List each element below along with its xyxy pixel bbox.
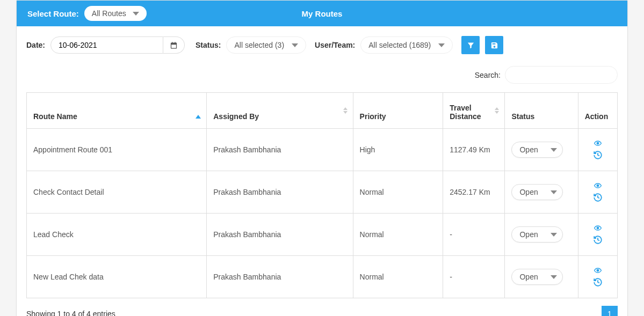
chevron-down-icon bbox=[551, 275, 557, 279]
userteam-dropdown[interactable]: All selected (1689) bbox=[360, 36, 453, 54]
cell-status: Open bbox=[505, 256, 578, 298]
search-label: Search: bbox=[475, 71, 501, 79]
route-dropdown-value: All Routes bbox=[92, 9, 126, 18]
cell-status: Open bbox=[505, 171, 578, 214]
panel-body: Date: Status: All selected (3) User/Team… bbox=[17, 26, 627, 316]
entries-text: Showing 1 to 4 of 4 entries bbox=[26, 310, 115, 316]
col-label: Travel Distance bbox=[450, 104, 481, 121]
svg-point-3 bbox=[597, 269, 599, 271]
svg-point-0 bbox=[597, 142, 599, 144]
svg-point-1 bbox=[597, 185, 599, 187]
status-value: Open bbox=[519, 188, 538, 196]
status-value: Open bbox=[519, 145, 538, 154]
cell-assigned-by: Prakash Bambhania bbox=[207, 214, 353, 256]
panel-header: Select Route: All Routes My Routes bbox=[17, 1, 627, 26]
col-action: Action bbox=[578, 93, 617, 129]
table-row: Check Contact DetailPrakash BambhaniaNor… bbox=[27, 171, 618, 214]
userteam-dropdown-value: All selected (1689) bbox=[368, 41, 431, 49]
view-icon[interactable] bbox=[592, 224, 603, 232]
chevron-down-icon bbox=[551, 190, 557, 194]
sort-asc-icon bbox=[196, 106, 201, 119]
status-dropdown[interactable]: All selected (3) bbox=[226, 36, 306, 54]
cell-route-name: Appointment Route 001 bbox=[27, 129, 207, 171]
col-label: Route Name bbox=[33, 112, 77, 121]
status-dropdown-cell[interactable]: Open bbox=[511, 184, 563, 200]
calendar-button[interactable] bbox=[163, 36, 185, 54]
userteam-label: User/Team: bbox=[315, 41, 355, 49]
history-icon[interactable] bbox=[593, 277, 603, 287]
date-input[interactable] bbox=[50, 36, 163, 54]
pager: 1 bbox=[602, 306, 618, 316]
sort-icon bbox=[343, 107, 348, 114]
cell-priority: Normal bbox=[353, 214, 443, 256]
my-routes-panel: Select Route: All Routes My Routes Date:… bbox=[16, 0, 628, 316]
chevron-down-icon bbox=[438, 43, 445, 47]
routes-table: Route Name Assigned By Priority Travel D… bbox=[26, 92, 618, 298]
chevron-down-icon bbox=[551, 148, 557, 152]
status-dropdown-cell[interactable]: Open bbox=[511, 269, 563, 285]
col-priority[interactable]: Priority bbox=[353, 93, 443, 129]
table-row: Lead CheckPrakash BambhaniaNormal-Open bbox=[27, 214, 618, 256]
cell-travel-distance: - bbox=[443, 256, 505, 298]
cell-action bbox=[578, 214, 617, 256]
save-icon bbox=[490, 41, 498, 49]
cell-assigned-by: Prakash Bambhania bbox=[207, 256, 353, 298]
status-label: Status: bbox=[196, 41, 221, 49]
table-row: New Lead Chek dataPrakash BambhaniaNorma… bbox=[27, 256, 618, 298]
col-label: Assigned By bbox=[213, 112, 259, 121]
calendar-icon bbox=[170, 41, 178, 49]
col-label: Status bbox=[511, 112, 534, 121]
chevron-down-icon bbox=[292, 43, 298, 47]
save-button[interactable] bbox=[485, 36, 503, 54]
cell-route-name: New Lead Chek data bbox=[27, 256, 207, 298]
cell-status: Open bbox=[505, 129, 578, 171]
col-assigned-by[interactable]: Assigned By bbox=[207, 93, 353, 129]
view-icon[interactable] bbox=[592, 182, 603, 189]
cell-action bbox=[578, 256, 617, 298]
status-dropdown-cell[interactable]: Open bbox=[511, 142, 563, 158]
status-dropdown-cell[interactable]: Open bbox=[511, 226, 563, 242]
date-input-group bbox=[50, 36, 185, 54]
chevron-down-icon bbox=[133, 12, 139, 16]
page-title: My Routes bbox=[302, 9, 343, 18]
status-value: Open bbox=[519, 230, 538, 239]
filter-button[interactable] bbox=[461, 36, 480, 54]
col-label: Priority bbox=[360, 112, 386, 121]
view-icon[interactable] bbox=[592, 267, 603, 274]
sort-icon bbox=[495, 107, 499, 114]
status-value: Open bbox=[519, 273, 538, 281]
status-dropdown-value: All selected (3) bbox=[234, 41, 284, 49]
date-label: Date: bbox=[26, 41, 45, 49]
cell-assigned-by: Prakash Bambhania bbox=[207, 129, 353, 171]
col-route-name[interactable]: Route Name bbox=[27, 93, 207, 129]
chevron-down-icon bbox=[551, 233, 557, 237]
cell-route-name: Lead Check bbox=[27, 214, 207, 256]
view-icon[interactable] bbox=[592, 139, 603, 147]
cell-status: Open bbox=[505, 214, 578, 256]
filter-bar: Date: Status: All selected (3) User/Team… bbox=[26, 36, 618, 54]
cell-assigned-by: Prakash Bambhania bbox=[207, 171, 353, 214]
cell-action bbox=[578, 171, 617, 214]
cell-priority: Normal bbox=[353, 171, 443, 214]
col-travel-distance[interactable]: Travel Distance bbox=[443, 93, 505, 129]
col-label: Action bbox=[585, 112, 609, 121]
col-status[interactable]: Status bbox=[505, 93, 578, 129]
search-input[interactable] bbox=[505, 66, 618, 84]
filter-icon bbox=[467, 41, 475, 49]
route-dropdown[interactable]: All Routes bbox=[84, 6, 147, 21]
cell-priority: Normal bbox=[353, 256, 443, 298]
cell-priority: High bbox=[353, 129, 443, 171]
cell-travel-distance: 1127.49 Km bbox=[443, 129, 505, 171]
history-icon[interactable] bbox=[593, 150, 603, 160]
cell-travel-distance: - bbox=[443, 214, 505, 256]
history-icon[interactable] bbox=[593, 193, 603, 202]
cell-travel-distance: 2452.17 Km bbox=[443, 171, 505, 214]
cell-route-name: Check Contact Detail bbox=[27, 171, 207, 214]
select-route-label: Select Route: bbox=[27, 9, 79, 18]
svg-point-2 bbox=[597, 227, 599, 229]
table-row: Appointment Route 001Prakash BambhaniaHi… bbox=[27, 129, 618, 171]
table-footer: Showing 1 to 4 of 4 entries 1 bbox=[26, 306, 618, 316]
search-row: Search: bbox=[26, 66, 618, 84]
page-button[interactable]: 1 bbox=[602, 306, 618, 316]
history-icon[interactable] bbox=[593, 235, 603, 245]
